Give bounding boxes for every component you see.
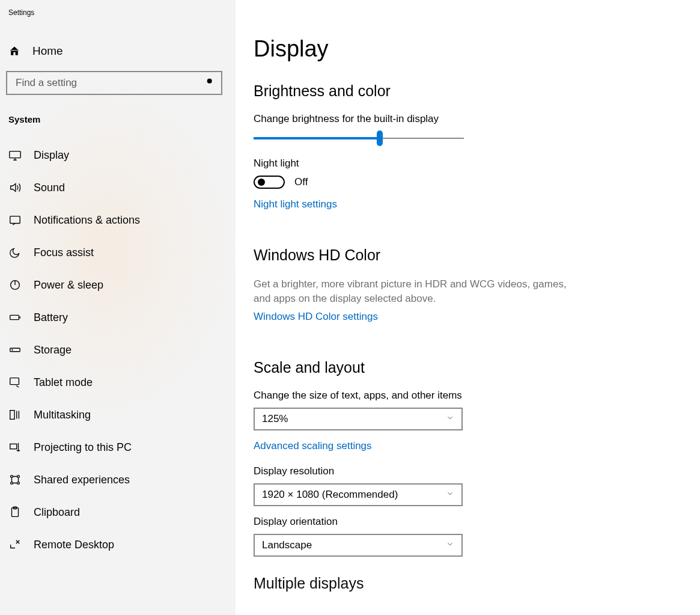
home-label: Home [32, 44, 63, 58]
svg-rect-5 [10, 348, 20, 352]
sidebar-item-label: Multitasking [34, 409, 91, 421]
sidebar-item-label: Clipboard [34, 506, 80, 519]
svg-rect-8 [10, 411, 14, 420]
night-light-label: Night light [254, 158, 700, 170]
brightness-slider[interactable] [254, 131, 464, 145]
brightness-heading: Brightness and color [254, 82, 700, 100]
moon-icon [8, 246, 22, 259]
sidebar-item-label: Battery [34, 311, 68, 324]
night-light-state: Off [294, 176, 308, 188]
sidebar-item-label: Sound [34, 182, 65, 194]
monitor-icon [8, 148, 22, 162]
sidebar-item-label: Power & sleep [34, 279, 103, 292]
sidebar-item-label: Remote Desktop [34, 539, 114, 551]
sidebar-item-focus-assist[interactable]: Focus assist [0, 236, 236, 269]
hdcolor-heading: Windows HD Color [254, 246, 700, 264]
svg-point-0 [207, 78, 212, 83]
advanced-scaling-link[interactable]: Advanced scaling settings [254, 440, 372, 452]
resolution-dropdown[interactable]: 1920 × 1080 (Recommended) [254, 483, 463, 506]
clipboard-icon [8, 506, 22, 519]
svg-point-6 [12, 350, 13, 350]
sidebar-item-shared-experiences[interactable]: Shared experiences [0, 464, 236, 496]
orientation-dropdown[interactable]: Landscape [254, 534, 463, 557]
sidebar-item-multitasking[interactable]: Multitasking [0, 399, 236, 431]
svg-point-11 [17, 476, 20, 478]
chevron-down-icon [446, 539, 454, 551]
window-title: Settings [0, 8, 236, 38]
sidebar-item-notifications[interactable]: Notifications & actions [0, 204, 236, 236]
svg-point-10 [11, 476, 13, 478]
home-nav[interactable]: Home [0, 38, 236, 64]
project-icon [8, 441, 22, 454]
sidebar-nav-list: Display Sound Notifications & actions Fo… [0, 139, 236, 561]
sidebar-item-label: Shared experiences [34, 474, 130, 486]
notification-icon [8, 213, 22, 227]
svg-rect-4 [10, 315, 19, 319]
sidebar-item-label: Focus assist [34, 246, 94, 259]
speaker-icon [8, 181, 22, 194]
svg-rect-1 [10, 151, 20, 158]
sidebar-item-label: Notifications & actions [34, 214, 140, 227]
share-icon [8, 473, 22, 486]
scale-size-value: 125% [262, 413, 288, 425]
scale-size-label: Change the size of text, apps, and other… [254, 390, 700, 402]
svg-point-12 [11, 482, 13, 485]
hdcolor-settings-link[interactable]: Windows HD Color settings [254, 311, 378, 323]
sidebar-section-header: System [0, 108, 236, 139]
settings-sidebar: Settings Home System Display Sound [0, 0, 236, 615]
orientation-label: Display orientation [254, 516, 700, 528]
main-content: Display Brightness and color Change brig… [236, 0, 700, 615]
resolution-label: Display resolution [254, 465, 700, 477]
sidebar-item-projecting[interactable]: Projecting to this PC [0, 431, 236, 464]
night-light-settings-link[interactable]: Night light settings [254, 198, 337, 210]
sidebar-item-clipboard[interactable]: Clipboard [0, 496, 236, 528]
search-icon [205, 77, 215, 90]
storage-icon [8, 343, 22, 356]
power-icon [8, 278, 22, 292]
night-light-toggle[interactable] [254, 176, 285, 189]
sidebar-item-sound[interactable]: Sound [0, 171, 236, 204]
svg-rect-2 [10, 216, 20, 224]
search-box[interactable] [6, 71, 222, 95]
sidebar-item-battery[interactable]: Battery [0, 301, 236, 334]
chevron-down-icon [446, 489, 454, 501]
page-title: Display [254, 36, 700, 62]
remote-icon [8, 538, 22, 551]
sidebar-item-storage[interactable]: Storage [0, 334, 236, 366]
hdcolor-description: Get a brighter, more vibrant picture in … [254, 277, 578, 306]
svg-point-13 [17, 482, 20, 485]
orientation-value: Landscape [262, 539, 312, 551]
svg-rect-9 [10, 444, 17, 449]
brightness-label: Change brightness for the built-in displ… [254, 113, 700, 125]
chevron-down-icon [446, 413, 454, 425]
scale-heading: Scale and layout [254, 359, 700, 376]
sidebar-item-remote-desktop[interactable]: Remote Desktop [0, 528, 236, 561]
sidebar-item-display[interactable]: Display [0, 139, 236, 171]
resolution-value: 1920 × 1080 (Recommended) [262, 489, 398, 501]
multiple-displays-heading: Multiple displays [254, 575, 700, 592]
sidebar-item-label: Tablet mode [34, 376, 93, 389]
sidebar-item-tablet-mode[interactable]: Tablet mode [0, 366, 236, 399]
scale-size-dropdown[interactable]: 125% [254, 408, 463, 430]
svg-rect-7 [10, 378, 19, 385]
sidebar-item-label: Display [34, 149, 69, 162]
battery-icon [8, 311, 22, 324]
search-input[interactable] [14, 76, 205, 90]
sidebar-item-label: Projecting to this PC [34, 441, 132, 454]
multitask-icon [8, 408, 22, 421]
sidebar-item-power-sleep[interactable]: Power & sleep [0, 269, 236, 301]
sidebar-item-label: Storage [34, 344, 72, 356]
tablet-icon [8, 376, 22, 389]
home-icon [8, 45, 20, 57]
